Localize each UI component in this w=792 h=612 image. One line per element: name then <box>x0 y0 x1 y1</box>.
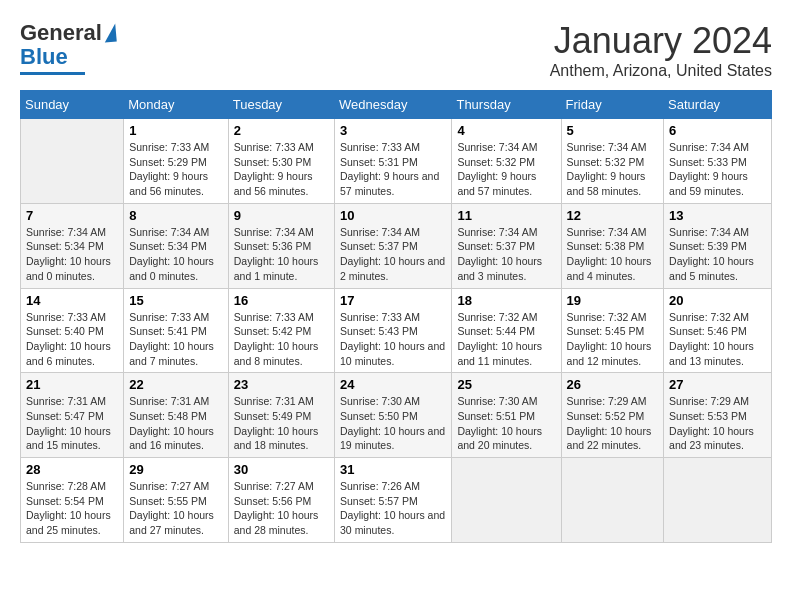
day-number: 8 <box>129 208 222 223</box>
calendar-cell: 11Sunrise: 7:34 AMSunset: 5:37 PMDayligh… <box>452 203 561 288</box>
day-info: Sunrise: 7:29 AMSunset: 5:52 PMDaylight:… <box>567 394 659 453</box>
calendar-table: SundayMondayTuesdayWednesdayThursdayFrid… <box>20 90 772 543</box>
day-number: 2 <box>234 123 329 138</box>
day-number: 23 <box>234 377 329 392</box>
calendar-week-row: 21Sunrise: 7:31 AMSunset: 5:47 PMDayligh… <box>21 373 772 458</box>
title-block: January 2024 Anthem, Arizona, United Sta… <box>550 20 772 80</box>
day-info: Sunrise: 7:31 AMSunset: 5:47 PMDaylight:… <box>26 394 118 453</box>
calendar-cell: 31Sunrise: 7:26 AMSunset: 5:57 PMDayligh… <box>335 458 452 543</box>
day-number: 22 <box>129 377 222 392</box>
day-info: Sunrise: 7:33 AMSunset: 5:30 PMDaylight:… <box>234 140 329 199</box>
day-info: Sunrise: 7:34 AMSunset: 5:34 PMDaylight:… <box>129 225 222 284</box>
calendar-cell: 7Sunrise: 7:34 AMSunset: 5:34 PMDaylight… <box>21 203 124 288</box>
day-info: Sunrise: 7:33 AMSunset: 5:40 PMDaylight:… <box>26 310 118 369</box>
calendar-header-monday: Monday <box>124 91 228 119</box>
day-info: Sunrise: 7:28 AMSunset: 5:54 PMDaylight:… <box>26 479 118 538</box>
day-number: 4 <box>457 123 555 138</box>
day-number: 21 <box>26 377 118 392</box>
day-number: 12 <box>567 208 659 223</box>
day-info: Sunrise: 7:33 AMSunset: 5:31 PMDaylight:… <box>340 140 446 199</box>
day-info: Sunrise: 7:27 AMSunset: 5:55 PMDaylight:… <box>129 479 222 538</box>
calendar-cell: 14Sunrise: 7:33 AMSunset: 5:40 PMDayligh… <box>21 288 124 373</box>
logo-blue: Blue <box>20 44 68 70</box>
calendar-cell: 6Sunrise: 7:34 AMSunset: 5:33 PMDaylight… <box>664 119 772 204</box>
calendar-header-tuesday: Tuesday <box>228 91 334 119</box>
calendar-cell: 15Sunrise: 7:33 AMSunset: 5:41 PMDayligh… <box>124 288 228 373</box>
day-info: Sunrise: 7:34 AMSunset: 5:33 PMDaylight:… <box>669 140 766 199</box>
day-number: 10 <box>340 208 446 223</box>
day-number: 3 <box>340 123 446 138</box>
day-number: 6 <box>669 123 766 138</box>
day-number: 5 <box>567 123 659 138</box>
day-number: 16 <box>234 293 329 308</box>
day-info: Sunrise: 7:27 AMSunset: 5:56 PMDaylight:… <box>234 479 329 538</box>
day-number: 25 <box>457 377 555 392</box>
day-info: Sunrise: 7:29 AMSunset: 5:53 PMDaylight:… <box>669 394 766 453</box>
day-number: 13 <box>669 208 766 223</box>
day-number: 15 <box>129 293 222 308</box>
day-info: Sunrise: 7:33 AMSunset: 5:43 PMDaylight:… <box>340 310 446 369</box>
day-info: Sunrise: 7:30 AMSunset: 5:50 PMDaylight:… <box>340 394 446 453</box>
day-info: Sunrise: 7:32 AMSunset: 5:46 PMDaylight:… <box>669 310 766 369</box>
day-info: Sunrise: 7:34 AMSunset: 5:32 PMDaylight:… <box>457 140 555 199</box>
day-info: Sunrise: 7:30 AMSunset: 5:51 PMDaylight:… <box>457 394 555 453</box>
calendar-cell: 21Sunrise: 7:31 AMSunset: 5:47 PMDayligh… <box>21 373 124 458</box>
day-info: Sunrise: 7:34 AMSunset: 5:32 PMDaylight:… <box>567 140 659 199</box>
page-title: January 2024 <box>550 20 772 62</box>
day-info: Sunrise: 7:31 AMSunset: 5:49 PMDaylight:… <box>234 394 329 453</box>
day-info: Sunrise: 7:26 AMSunset: 5:57 PMDaylight:… <box>340 479 446 538</box>
day-number: 1 <box>129 123 222 138</box>
day-info: Sunrise: 7:34 AMSunset: 5:37 PMDaylight:… <box>457 225 555 284</box>
calendar-cell: 10Sunrise: 7:34 AMSunset: 5:37 PMDayligh… <box>335 203 452 288</box>
day-number: 18 <box>457 293 555 308</box>
calendar-header-row: SundayMondayTuesdayWednesdayThursdayFrid… <box>21 91 772 119</box>
calendar-cell: 8Sunrise: 7:34 AMSunset: 5:34 PMDaylight… <box>124 203 228 288</box>
day-number: 24 <box>340 377 446 392</box>
calendar-cell: 3Sunrise: 7:33 AMSunset: 5:31 PMDaylight… <box>335 119 452 204</box>
day-number: 28 <box>26 462 118 477</box>
day-info: Sunrise: 7:31 AMSunset: 5:48 PMDaylight:… <box>129 394 222 453</box>
calendar-cell: 13Sunrise: 7:34 AMSunset: 5:39 PMDayligh… <box>664 203 772 288</box>
day-number: 20 <box>669 293 766 308</box>
day-number: 9 <box>234 208 329 223</box>
calendar-cell: 28Sunrise: 7:28 AMSunset: 5:54 PMDayligh… <box>21 458 124 543</box>
calendar-week-row: 7Sunrise: 7:34 AMSunset: 5:34 PMDaylight… <box>21 203 772 288</box>
calendar-cell <box>664 458 772 543</box>
day-info: Sunrise: 7:33 AMSunset: 5:29 PMDaylight:… <box>129 140 222 199</box>
calendar-cell: 4Sunrise: 7:34 AMSunset: 5:32 PMDaylight… <box>452 119 561 204</box>
calendar-cell: 17Sunrise: 7:33 AMSunset: 5:43 PMDayligh… <box>335 288 452 373</box>
day-number: 17 <box>340 293 446 308</box>
day-number: 27 <box>669 377 766 392</box>
calendar-cell: 12Sunrise: 7:34 AMSunset: 5:38 PMDayligh… <box>561 203 664 288</box>
day-info: Sunrise: 7:34 AMSunset: 5:38 PMDaylight:… <box>567 225 659 284</box>
calendar-cell: 23Sunrise: 7:31 AMSunset: 5:49 PMDayligh… <box>228 373 334 458</box>
calendar-header-friday: Friday <box>561 91 664 119</box>
day-number: 11 <box>457 208 555 223</box>
calendar-cell: 2Sunrise: 7:33 AMSunset: 5:30 PMDaylight… <box>228 119 334 204</box>
calendar-header-wednesday: Wednesday <box>335 91 452 119</box>
day-number: 14 <box>26 293 118 308</box>
calendar-week-row: 1Sunrise: 7:33 AMSunset: 5:29 PMDaylight… <box>21 119 772 204</box>
calendar-cell: 5Sunrise: 7:34 AMSunset: 5:32 PMDaylight… <box>561 119 664 204</box>
calendar-cell: 30Sunrise: 7:27 AMSunset: 5:56 PMDayligh… <box>228 458 334 543</box>
calendar-cell: 29Sunrise: 7:27 AMSunset: 5:55 PMDayligh… <box>124 458 228 543</box>
calendar-cell <box>561 458 664 543</box>
calendar-header-saturday: Saturday <box>664 91 772 119</box>
calendar-header-sunday: Sunday <box>21 91 124 119</box>
day-info: Sunrise: 7:34 AMSunset: 5:34 PMDaylight:… <box>26 225 118 284</box>
day-number: 31 <box>340 462 446 477</box>
calendar-cell: 16Sunrise: 7:33 AMSunset: 5:42 PMDayligh… <box>228 288 334 373</box>
day-number: 7 <box>26 208 118 223</box>
calendar-cell: 26Sunrise: 7:29 AMSunset: 5:52 PMDayligh… <box>561 373 664 458</box>
day-info: Sunrise: 7:34 AMSunset: 5:37 PMDaylight:… <box>340 225 446 284</box>
calendar-cell: 20Sunrise: 7:32 AMSunset: 5:46 PMDayligh… <box>664 288 772 373</box>
day-info: Sunrise: 7:32 AMSunset: 5:45 PMDaylight:… <box>567 310 659 369</box>
page-header: General Blue January 2024 Anthem, Arizon… <box>20 20 772 80</box>
logo-triangle-icon <box>103 24 117 43</box>
calendar-cell: 27Sunrise: 7:29 AMSunset: 5:53 PMDayligh… <box>664 373 772 458</box>
calendar-week-row: 14Sunrise: 7:33 AMSunset: 5:40 PMDayligh… <box>21 288 772 373</box>
calendar-cell: 1Sunrise: 7:33 AMSunset: 5:29 PMDaylight… <box>124 119 228 204</box>
calendar-cell <box>452 458 561 543</box>
calendar-cell <box>21 119 124 204</box>
day-info: Sunrise: 7:32 AMSunset: 5:44 PMDaylight:… <box>457 310 555 369</box>
